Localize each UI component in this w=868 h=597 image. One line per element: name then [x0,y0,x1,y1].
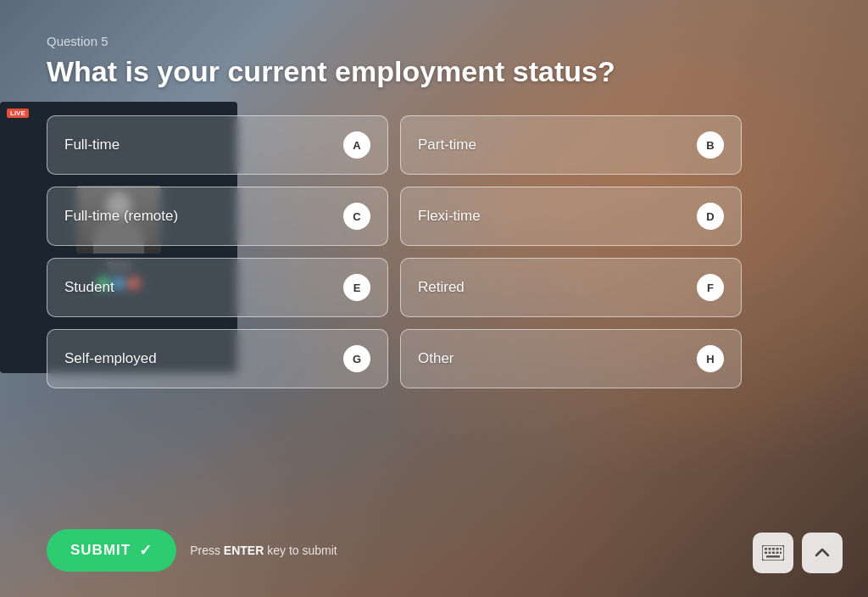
option-A-label: Full-time [64,137,120,153]
option-G[interactable]: Self-employed G [47,329,388,388]
svg-rect-8 [772,552,775,555]
hint-key: ENTER [224,544,264,557]
option-H-label: Other [418,350,454,367]
option-H[interactable]: Other H [400,329,742,388]
svg-rect-4 [776,548,779,550]
submit-checkmark-icon: ✓ [139,541,153,560]
option-B-label: Part-time [418,137,476,153]
option-F[interactable]: Retired F [400,258,742,317]
hint-suffix: key to submit [264,544,337,557]
option-B-key: B [697,131,724,159]
submit-label: SUBMIT [70,542,131,559]
option-A-key: A [343,131,370,159]
option-E-key: E [343,274,370,301]
submit-area: SUBMIT ✓ Press ENTER key to submit [47,529,337,572]
option-B[interactable]: Part-time B [400,115,742,175]
svg-rect-3 [772,548,775,550]
option-G-key: G [343,345,370,372]
keyboard-toggle-button[interactable] [753,533,793,573]
svg-rect-9 [776,552,779,555]
svg-rect-1 [765,548,767,550]
hint-prefix: Press [190,544,224,557]
option-C-key: C [343,203,370,230]
option-E[interactable]: Student E [47,258,388,317]
option-D-key: D [697,203,724,230]
option-D-label: Flexi-time [418,208,481,225]
option-H-key: H [697,345,724,372]
submit-hint: Press ENTER key to submit [190,544,337,557]
option-A[interactable]: Full-time A [47,115,388,175]
svg-rect-7 [769,552,771,555]
svg-rect-2 [769,548,771,550]
keyboard-icon [762,545,784,561]
option-F-label: Retired [418,279,465,296]
svg-rect-6 [765,552,767,555]
svg-rect-5 [780,548,782,550]
options-grid: Full-time A Part-time B Full-time (remot… [47,115,742,388]
option-C[interactable]: Full-time (remote) C [47,187,388,246]
scroll-up-button[interactable] [802,533,843,573]
question-number: Question 5 [47,34,821,48]
question-title: What is your current employment status? [47,55,821,88]
main-content: Question 5 What is your current employme… [0,0,868,597]
svg-rect-10 [780,552,782,555]
option-G-label: Self-employed [64,350,157,367]
option-C-label: Full-time (remote) [64,208,178,225]
option-E-label: Student [64,279,114,296]
bottom-right-controls [753,533,843,573]
chevron-up-icon [815,547,830,559]
submit-button[interactable]: SUBMIT ✓ [47,529,176,572]
option-F-key: F [697,274,724,301]
svg-rect-11 [766,555,780,558]
option-D[interactable]: Flexi-time D [400,187,742,246]
